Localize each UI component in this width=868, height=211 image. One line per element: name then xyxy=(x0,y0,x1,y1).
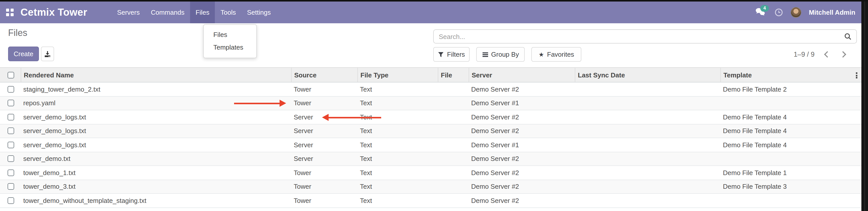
nav-item-settings[interactable]: Settings xyxy=(241,2,276,23)
cell-file-type: Text xyxy=(358,138,438,152)
cell-file-type: Text xyxy=(358,152,438,165)
row-checkbox[interactable] xyxy=(8,86,14,93)
cell-file xyxy=(438,138,469,152)
cell-rendered-name: tower_demo_1.txt xyxy=(21,166,291,179)
cell-file xyxy=(438,166,469,179)
row-checkbox[interactable] xyxy=(8,156,14,162)
dropdown-item-templates[interactable]: Templates xyxy=(204,41,256,54)
screen-edge-top xyxy=(0,0,868,2)
cell-source: Server xyxy=(291,124,358,138)
row-checkbox[interactable] xyxy=(8,114,14,120)
cell-file xyxy=(438,83,469,96)
favorites-button[interactable]: ★ Favorites xyxy=(531,47,581,62)
cell-last-sync-date xyxy=(575,124,720,138)
row-checkbox[interactable] xyxy=(8,142,14,148)
search-bar xyxy=(433,29,857,43)
cell-template xyxy=(720,152,861,165)
annotation-arrow-left xyxy=(329,117,381,118)
cell-file xyxy=(438,110,469,124)
row-checkbox-cell xyxy=(0,152,21,165)
search-input[interactable] xyxy=(434,33,844,40)
table-row[interactable]: staging_tower_demo_2.txt Tower Text Demo… xyxy=(0,83,861,96)
cell-last-sync-date xyxy=(575,194,720,207)
messages-button[interactable]: 4 xyxy=(755,7,767,18)
apps-grid-icon xyxy=(6,9,13,16)
filter-funnel-icon xyxy=(438,51,444,57)
select-all-cell xyxy=(0,68,21,82)
nav-item-commands[interactable]: Commands xyxy=(145,2,190,23)
cell-file xyxy=(438,96,469,110)
row-checkbox[interactable] xyxy=(8,128,14,134)
messages-count-badge: 4 xyxy=(760,5,769,11)
pager-value: 1–9 / 9 xyxy=(794,51,815,58)
cell-file xyxy=(438,194,469,207)
cell-server: Demo Server #2 xyxy=(469,152,575,165)
cell-rendered-name: server_demo_logs.txt xyxy=(21,110,291,124)
nav-item-servers[interactable]: Servers xyxy=(112,2,145,23)
filters-button[interactable]: Filters xyxy=(433,47,470,62)
column-header-server[interactable]: Server xyxy=(469,68,575,82)
cell-rendered-name: tower_demo_3.txt xyxy=(21,180,291,193)
user-name[interactable]: Mitchell Admin xyxy=(809,9,855,16)
clock-icon xyxy=(774,8,783,17)
table-row[interactable]: server_demo_logs.txt Server Text Demo Se… xyxy=(0,124,861,138)
cell-template xyxy=(720,194,861,207)
row-checkbox[interactable] xyxy=(8,170,14,176)
cell-file-type: Text xyxy=(358,124,438,138)
cell-source: Tower xyxy=(291,83,358,96)
cell-last-sync-date xyxy=(575,166,720,179)
column-header-template[interactable]: Template xyxy=(720,68,861,82)
screen-edge-right xyxy=(861,0,868,211)
row-checkbox-cell xyxy=(0,124,21,138)
column-header-file-type[interactable]: File Type xyxy=(358,68,438,82)
cell-server: Demo Server #2 xyxy=(469,83,575,96)
group-by-list-icon xyxy=(482,51,488,57)
cell-last-sync-date xyxy=(575,138,720,152)
cell-file-type: Text xyxy=(358,180,438,193)
column-header-file[interactable]: File xyxy=(438,68,469,82)
activities-button[interactable] xyxy=(774,8,783,17)
row-checkbox[interactable] xyxy=(8,183,14,190)
row-checkbox[interactable] xyxy=(8,197,14,204)
import-button[interactable] xyxy=(41,47,54,61)
user-avatar[interactable] xyxy=(790,7,801,18)
cell-template: Demo File Template 3 xyxy=(720,180,861,193)
chevron-left-icon xyxy=(824,51,831,57)
table-row[interactable]: server_demo.txt Server Text Demo Server … xyxy=(0,152,861,166)
table-row[interactable]: repos.yaml Tower Text Demo Server #1 xyxy=(0,96,861,110)
cell-rendered-name: tower_demo_without_template_staging.txt xyxy=(21,194,291,207)
cell-rendered-name: server_demo_logs.txt xyxy=(21,124,291,138)
table-row[interactable]: server_demo_logs.txt Server Text Demo Se… xyxy=(0,110,861,124)
filters-label: Filters xyxy=(447,51,465,58)
table-row[interactable]: tower_demo_without_template_staging.txt … xyxy=(0,194,861,208)
cell-rendered-name: server_demo_logs.txt xyxy=(21,138,291,152)
nav-item-tools[interactable]: Tools xyxy=(215,2,242,23)
table-row[interactable]: tower_demo_3.txt Tower Text Demo Server … xyxy=(0,180,861,194)
search-icon[interactable] xyxy=(844,33,856,40)
column-header-source[interactable]: Source xyxy=(291,68,358,82)
cell-last-sync-date xyxy=(575,152,720,165)
row-checkbox-cell xyxy=(0,180,21,193)
pager-previous-button[interactable] xyxy=(822,50,831,59)
systray: 4 Mitchell Admin xyxy=(755,2,868,23)
nav-item-files[interactable]: Files xyxy=(190,2,215,23)
dropdown-item-files[interactable]: Files xyxy=(204,28,256,41)
create-button[interactable]: Create xyxy=(8,47,39,61)
column-header-last-sync-date[interactable]: Last Sync Date xyxy=(575,68,720,82)
cell-template: Demo File Template 2 xyxy=(720,83,861,96)
optional-columns-toggle-icon[interactable] xyxy=(854,71,859,80)
cell-source: Tower xyxy=(291,166,358,179)
cell-rendered-name: staging_tower_demo_2.txt xyxy=(21,83,291,96)
column-header-rendered-name[interactable]: Rendered Name xyxy=(21,68,291,82)
cell-template: Demo File Template 4 xyxy=(720,124,861,138)
page-title: Files xyxy=(8,28,27,38)
apps-menu-button[interactable] xyxy=(0,2,13,23)
row-checkbox[interactable] xyxy=(8,100,14,107)
select-all-checkbox[interactable] xyxy=(8,71,14,78)
cell-file-type: Text xyxy=(358,96,438,110)
table-row[interactable]: server_demo_logs.txt Server Text Demo Se… xyxy=(0,138,861,152)
pager-next-button[interactable] xyxy=(839,50,848,59)
group-by-button[interactable]: Group By xyxy=(476,47,525,62)
app-brand[interactable]: Cetmix Tower xyxy=(13,2,87,23)
table-row[interactable]: tower_demo_1.txt Tower Text Demo Server … xyxy=(0,166,861,180)
